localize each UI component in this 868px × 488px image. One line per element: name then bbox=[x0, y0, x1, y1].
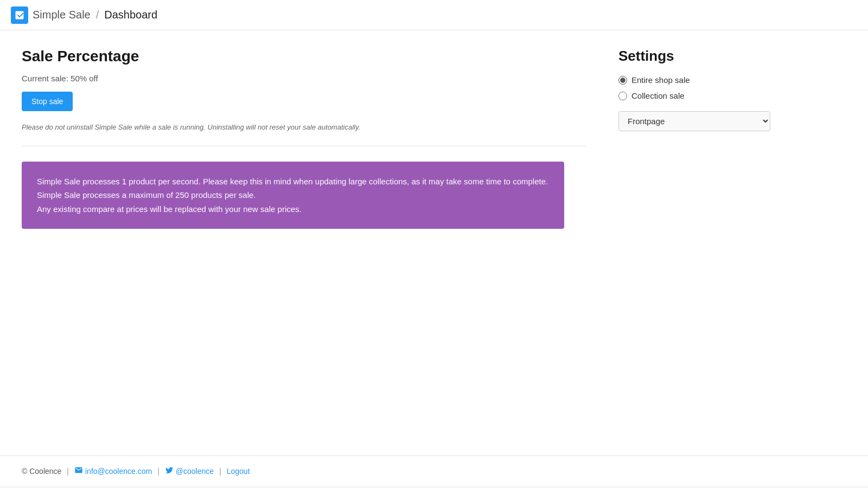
warning-text: Please do not uninstall Simple Sale whil… bbox=[22, 122, 586, 133]
info-box-text: Simple Sale processes 1 product per seco… bbox=[37, 177, 548, 214]
radio-collection[interactable]: Collection sale bbox=[618, 91, 770, 100]
right-column: Settings Entire shop sale Collection sal… bbox=[618, 48, 770, 438]
twitter-icon bbox=[165, 466, 174, 476]
twitter-link[interactable]: @coolence bbox=[165, 466, 214, 476]
main-content: Sale Percentage Current sale: 50% off St… bbox=[0, 30, 868, 455]
breadcrumb: Simple Sale / Dashboard bbox=[33, 9, 157, 21]
app-logo-icon bbox=[11, 7, 28, 24]
twitter-link-label: @coolence bbox=[176, 467, 214, 476]
breadcrumb-app-name[interactable]: Simple Sale bbox=[33, 9, 91, 21]
email-link[interactable]: info@coolence.com bbox=[74, 466, 152, 476]
sale-type-radio-group: Entire shop sale Collection sale bbox=[618, 75, 770, 100]
breadcrumb-separator: / bbox=[96, 9, 99, 21]
breadcrumb-page: Dashboard bbox=[104, 9, 157, 21]
footer: © Coolence | info@coolence.com | @coolen… bbox=[0, 455, 868, 486]
footer-sep-1: | bbox=[67, 467, 69, 476]
left-column: Sale Percentage Current sale: 50% off St… bbox=[22, 48, 586, 438]
divider bbox=[22, 146, 586, 146]
collection-select[interactable]: Frontpage All Products Summer Sale Featu… bbox=[618, 111, 770, 131]
copyright-text: © Coolence bbox=[22, 467, 61, 476]
page-title: Sale Percentage bbox=[22, 48, 586, 65]
radio-entire-shop[interactable]: Entire shop sale bbox=[618, 75, 770, 85]
info-box: Simple Sale processes 1 product per seco… bbox=[22, 162, 564, 229]
radio-entire-shop-input[interactable] bbox=[618, 76, 627, 85]
radio-entire-shop-label: Entire shop sale bbox=[631, 75, 690, 85]
email-link-label: info@coolence.com bbox=[85, 467, 152, 476]
footer-sep-3: | bbox=[219, 467, 221, 476]
logout-label: Logout bbox=[227, 467, 250, 476]
radio-collection-input[interactable] bbox=[618, 92, 627, 100]
stop-sale-button[interactable]: Stop sale bbox=[22, 92, 73, 111]
logout-link[interactable]: Logout bbox=[227, 467, 250, 476]
radio-collection-label: Collection sale bbox=[631, 91, 685, 100]
mail-icon bbox=[74, 466, 83, 476]
header: Simple Sale / Dashboard bbox=[0, 0, 868, 30]
settings-title: Settings bbox=[618, 48, 770, 65]
footer-sep-2: | bbox=[157, 467, 159, 476]
current-sale-label: Current sale: 50% off bbox=[22, 74, 586, 83]
